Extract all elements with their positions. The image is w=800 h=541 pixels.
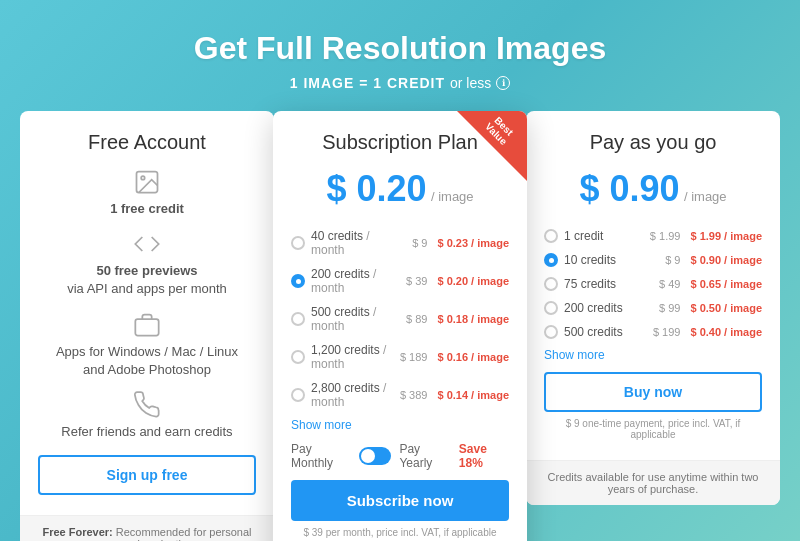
feature-apps: Apps for Windows / Mac / Linuxand Adobe …	[38, 311, 256, 379]
free-footer-text: Recommended for personal use and evaluat…	[101, 526, 252, 541]
free-card-footer: Free Forever: Recommended for personal u…	[20, 515, 274, 541]
pay-monthly-label: Pay Monthly	[291, 442, 351, 470]
radio-circle	[291, 312, 305, 326]
code-icon	[133, 230, 161, 258]
radio-circle	[544, 277, 558, 291]
paygo-option[interactable]: 1 credit $ 1.99 $ 1.99 / image	[544, 224, 762, 248]
page-subtitle: 1 IMAGE = 1 CREDIT or less ℹ	[194, 75, 607, 91]
radio-circle	[291, 236, 305, 250]
radio-circle	[291, 388, 305, 402]
option-price: $ 99	[659, 302, 680, 314]
option-per-image: $ 0.20 / image	[437, 275, 509, 287]
feature-previews: 50 free previewsvia API and apps per mon…	[38, 230, 256, 298]
feature-refer-label: Refer friends and earn credits	[61, 423, 232, 441]
option-per-image: $ 0.23 / image	[437, 237, 509, 249]
subtitle-or-less: or less	[450, 75, 491, 91]
refer-icon	[133, 391, 161, 419]
option-credits-label: 200 credits	[564, 301, 653, 315]
option-credits-label: 500 credits / month	[311, 305, 400, 333]
info-icon[interactable]: ℹ	[496, 76, 510, 90]
option-per-image: $ 0.50 / image	[690, 302, 762, 314]
svg-rect-2	[135, 319, 158, 335]
paygo-option[interactable]: 75 credits $ 49 $ 0.65 / image	[544, 272, 762, 296]
subscription-options: 40 credits / month $ 9 $ 0.23 / image 20…	[291, 224, 509, 414]
option-per-image: $ 1.99 / image	[690, 230, 762, 242]
radio-circle	[544, 253, 558, 267]
feature-previews-label: 50 free previewsvia API and apps per mon…	[67, 262, 227, 298]
subscription-payment-note: $ 39 per month, price incl. VAT, if appl…	[291, 527, 509, 538]
option-per-image: $ 0.16 / image	[437, 351, 509, 363]
subtitle-credit-text: 1 IMAGE = 1 CREDIT	[290, 75, 445, 91]
feature-apps-label: Apps for Windows / Mac / Linuxand Adobe …	[56, 343, 238, 379]
pricing-cards: Free Account 1 free credit 50 free previ…	[20, 111, 780, 541]
paygo-card: Pay as you go $ 0.90 / image 1 credit $ …	[526, 111, 780, 505]
option-credits-label: 1,200 credits / month	[311, 343, 394, 371]
page-header: Get Full Resolution Images 1 IMAGE = 1 C…	[194, 30, 607, 91]
free-footer-strong: Free Forever:	[42, 526, 112, 538]
option-credits-label: 75 credits	[564, 277, 653, 291]
option-price: $ 39	[406, 275, 427, 287]
image-icon	[133, 168, 161, 196]
paygo-price-amount: $ 0.90	[579, 168, 679, 209]
option-per-image: $ 0.90 / image	[690, 254, 762, 266]
paygo-price-display: $ 0.90 / image	[544, 168, 762, 210]
pay-yearly-label: Pay Yearly	[399, 442, 450, 470]
paygo-show-more[interactable]: Show more	[544, 348, 762, 362]
paygo-footer-text: Credits available for use anytime within…	[548, 471, 759, 495]
option-credits-label: 200 credits / month	[311, 267, 400, 295]
buy-button[interactable]: Buy now	[544, 372, 762, 412]
paygo-option[interactable]: 10 credits $ 9 $ 0.90 / image	[544, 248, 762, 272]
paygo-card-footer: Credits available for use anytime within…	[526, 460, 780, 505]
subscription-option[interactable]: 200 credits / month $ 39 $ 0.20 / image	[291, 262, 509, 300]
paygo-option[interactable]: 200 credits $ 99 $ 0.50 / image	[544, 296, 762, 320]
option-per-image: $ 0.18 / image	[437, 313, 509, 325]
radio-circle	[291, 274, 305, 288]
option-credits-label: 1 credit	[564, 229, 644, 243]
paygo-price-per: / image	[684, 189, 727, 204]
option-price: $ 49	[659, 278, 680, 290]
option-credits-label: 40 credits / month	[311, 229, 406, 257]
paygo-option[interactable]: 500 credits $ 199 $ 0.40 / image	[544, 320, 762, 344]
paygo-card-body: Pay as you go $ 0.90 / image 1 credit $ …	[526, 111, 780, 460]
paygo-card-title: Pay as you go	[544, 131, 762, 154]
feature-credit-label: 1 free credit	[110, 200, 184, 218]
page-title: Get Full Resolution Images	[194, 30, 607, 67]
free-card-body: Free Account 1 free credit 50 free previ…	[20, 111, 274, 515]
option-per-image: $ 0.40 / image	[690, 326, 762, 338]
toggle-knob	[361, 449, 375, 463]
option-price: $ 389	[400, 389, 428, 401]
option-price: $ 9	[412, 237, 427, 249]
save-badge: Save 18%	[459, 442, 509, 470]
subscription-option[interactable]: 2,800 credits / month $ 389 $ 0.14 / ima…	[291, 376, 509, 414]
subscription-option[interactable]: 40 credits / month $ 9 $ 0.23 / image	[291, 224, 509, 262]
option-price: $ 9	[665, 254, 680, 266]
subscription-option[interactable]: 1,200 credits / month $ 189 $ 0.16 / ima…	[291, 338, 509, 376]
subscription-card: BestValue Subscription Plan $ 0.20 / ima…	[273, 111, 527, 541]
billing-toggle[interactable]	[359, 447, 392, 465]
free-card: Free Account 1 free credit 50 free previ…	[20, 111, 274, 541]
paygo-options: 1 credit $ 1.99 $ 1.99 / image 10 credit…	[544, 224, 762, 344]
option-price: $ 1.99	[650, 230, 681, 242]
option-credits-label: 10 credits	[564, 253, 659, 267]
option-credits-label: 500 credits	[564, 325, 647, 339]
option-per-image: $ 0.65 / image	[690, 278, 762, 290]
signup-button[interactable]: Sign up free	[38, 455, 256, 495]
option-price: $ 89	[406, 313, 427, 325]
billing-toggle-row: Pay Monthly Pay Yearly Save 18%	[291, 442, 509, 470]
feature-refer: Refer friends and earn credits	[38, 391, 256, 441]
subscription-option[interactable]: 500 credits / month $ 89 $ 0.18 / image	[291, 300, 509, 338]
option-price: $ 199	[653, 326, 681, 338]
radio-circle	[544, 301, 558, 315]
radio-circle	[544, 325, 558, 339]
subscribe-button[interactable]: Subscribe now	[291, 480, 509, 521]
subscription-show-more[interactable]: Show more	[291, 418, 509, 432]
paygo-payment-note: $ 9 one-time payment, price incl. VAT, i…	[544, 418, 762, 440]
free-card-title: Free Account	[38, 131, 256, 154]
feature-credit: 1 free credit	[38, 168, 256, 218]
radio-circle	[544, 229, 558, 243]
option-credits-label: 2,800 credits / month	[311, 381, 394, 409]
option-price: $ 189	[400, 351, 428, 363]
subscription-price-amount: $ 0.20	[326, 168, 426, 209]
subscription-price-per: / image	[431, 189, 474, 204]
radio-circle	[291, 350, 305, 364]
